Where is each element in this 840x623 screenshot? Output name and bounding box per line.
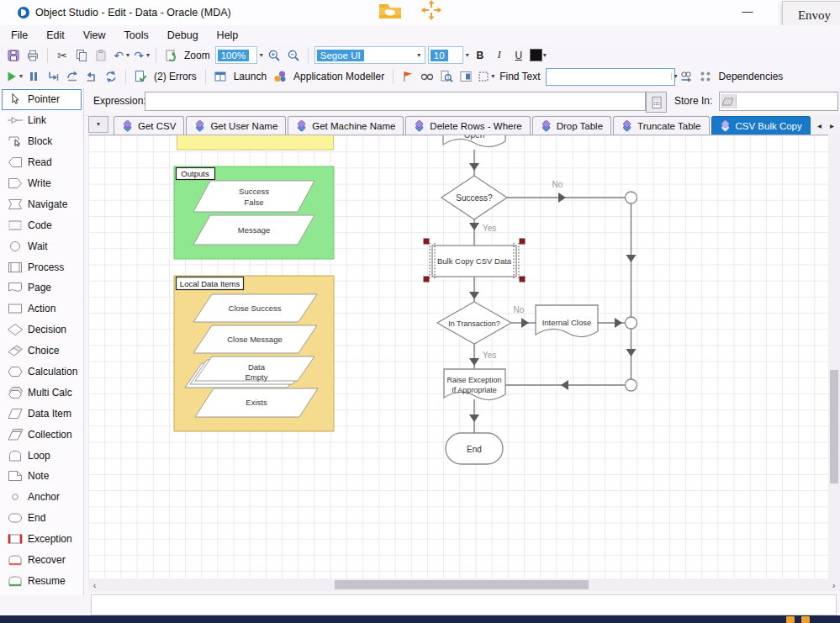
- step-over-button[interactable]: [64, 68, 81, 85]
- find-text-input[interactable]: [547, 71, 671, 83]
- toolbox-item-link[interactable]: Link: [2, 110, 82, 131]
- launch-label[interactable]: Launch: [234, 71, 267, 82]
- errors-button[interactable]: [132, 68, 149, 85]
- horizontal-scrollbar-thumb[interactable]: [335, 580, 589, 589]
- toolbox-item-collection[interactable]: Collection: [2, 424, 82, 445]
- launch-button[interactable]: [212, 68, 229, 85]
- menu-view[interactable]: View: [83, 29, 118, 41]
- stage-end[interactable]: End: [446, 433, 503, 464]
- toolbox-item-choice[interactable]: Choice: [2, 341, 82, 362]
- tab-scroll-left-button[interactable]: ◂: [814, 119, 825, 132]
- font-color-dropdown[interactable]: ▾: [543, 52, 547, 59]
- tab-list-dropdown[interactable]: ▾: [88, 116, 108, 133]
- tab-csv-bulk-copy[interactable]: CSV Bulk Copy: [711, 116, 811, 135]
- undo-button[interactable]: ↶▾: [112, 47, 129, 64]
- tab-drop-table[interactable]: Drop Table: [532, 116, 611, 135]
- pause-button[interactable]: [25, 68, 42, 85]
- data-item-message[interactable]: Message: [193, 215, 314, 245]
- toolbox-item-end[interactable]: End: [2, 508, 82, 529]
- stage-open-clipped[interactable]: Open: [443, 135, 505, 147]
- toolbox-item-loop[interactable]: Loop: [2, 445, 82, 466]
- toolbox-item-block[interactable]: Block: [2, 131, 82, 152]
- breakpoint-button[interactable]: [399, 68, 416, 85]
- scroll-left-arrow[interactable]: ‹: [88, 580, 101, 590]
- data-item-exists[interactable]: Exists: [195, 388, 318, 417]
- store-in-input[interactable]: [737, 92, 837, 110]
- folder-overlay-icon[interactable]: [378, 1, 403, 20]
- menu-tools[interactable]: Tools: [124, 29, 161, 41]
- tab-get-user-name[interactable]: Get User Name: [186, 116, 286, 135]
- expression-builder-button[interactable]: [646, 92, 667, 113]
- toolbox-item-read[interactable]: Read: [2, 152, 82, 173]
- toolbox-item-navigate[interactable]: Navigate: [2, 193, 82, 214]
- tab-scroll-right-button[interactable]: ▸: [827, 119, 837, 132]
- panels-button[interactable]: [457, 68, 474, 85]
- italic-button[interactable]: I: [491, 47, 508, 64]
- toolbox-item-anchor[interactable]: Anchor: [2, 487, 82, 508]
- stage-in-transaction-decision[interactable]: In Transaction?: [437, 302, 511, 344]
- bold-button[interactable]: B: [472, 47, 489, 64]
- menu-debug[interactable]: Debug: [167, 29, 210, 41]
- select-area-dropdown[interactable]: ▾: [491, 73, 494, 80]
- application-modeller-button[interactable]: [272, 68, 288, 85]
- zoom-out-button[interactable]: [285, 47, 302, 64]
- play-dropdown[interactable]: ▾: [19, 73, 23, 80]
- menu-edit[interactable]: Edit: [46, 29, 77, 41]
- stage-internal-close[interactable]: Internal Close: [536, 305, 598, 337]
- taskbar-icons[interactable]: [786, 616, 810, 623]
- play-button[interactable]: ▾: [5, 68, 23, 85]
- stage-success-decision[interactable]: Success?: [441, 176, 507, 219]
- redo-button[interactable]: ↷▾: [132, 47, 150, 64]
- export-button[interactable]: [162, 47, 179, 64]
- toolbox-item-write[interactable]: Write: [2, 173, 82, 194]
- save-button[interactable]: [5, 47, 22, 64]
- zoom-combobox[interactable]: 100%: [215, 46, 257, 64]
- toolbox-item-pointer[interactable]: Pointer: [2, 89, 82, 110]
- toolbox-item-calculation[interactable]: Calculation: [2, 362, 82, 383]
- print-button[interactable]: [24, 47, 41, 64]
- data-item-success-false[interactable]: Success False: [193, 181, 314, 212]
- font-size-combobox[interactable]: 10: [428, 46, 463, 64]
- menu-help[interactable]: Help: [217, 29, 251, 41]
- anchor-stage[interactable]: [626, 192, 637, 203]
- watch-button[interactable]: [419, 68, 436, 85]
- font-color-button[interactable]: ▾: [530, 47, 547, 64]
- errors-label[interactable]: (2) Errors: [154, 71, 197, 82]
- copy-button[interactable]: [73, 47, 90, 64]
- stage-raise-exception[interactable]: Raise Exception If Appropriate: [444, 369, 505, 400]
- underline-button[interactable]: U: [510, 47, 527, 64]
- dependencies-label[interactable]: Dependencies: [719, 71, 784, 82]
- tab-truncate-table[interactable]: Truncate Table: [613, 116, 709, 135]
- tab-get-machine-name[interactable]: Get Machine Name: [288, 116, 404, 135]
- move-overlay-icon[interactable]: [419, 0, 444, 20]
- toolbox-item-wait[interactable]: Wait: [2, 235, 82, 256]
- toolbox-item-recover[interactable]: Recover: [2, 550, 82, 571]
- undo-dropdown[interactable]: ▾: [126, 52, 129, 59]
- step-out-button[interactable]: [83, 68, 100, 85]
- tab-get-csv[interactable]: Get CSV: [114, 116, 184, 135]
- store-in-field[interactable]: [719, 92, 838, 111]
- find-next-button[interactable]: [678, 68, 695, 85]
- tab-delete-rows-where[interactable]: Delete Rows - Where: [405, 116, 530, 135]
- find-text-field[interactable]: ▾: [546, 68, 675, 86]
- minimize-button[interactable]: —: [733, 0, 762, 25]
- vertical-scrollbar-thumb[interactable]: [830, 370, 838, 483]
- data-item-close-success[interactable]: Close Success: [193, 294, 317, 322]
- font-size-dropdown[interactable]: ▾: [466, 52, 469, 59]
- toolbox-item-note[interactable]: Note: [2, 466, 82, 487]
- anchor-stage[interactable]: [626, 379, 637, 391]
- step-in-button[interactable]: [45, 68, 61, 85]
- toolbox-item-decision[interactable]: Decision: [2, 319, 82, 341]
- horizontal-scrollbar[interactable]: ‹ ›: [88, 578, 840, 591]
- redo-dropdown[interactable]: ▾: [146, 52, 150, 59]
- toolbox-item-dataitem[interactable]: Data Item: [2, 403, 82, 424]
- toolbox-item-code[interactable]: Code: [2, 214, 82, 235]
- scroll-right-arrow[interactable]: ›: [827, 580, 840, 590]
- font-family-dropdown[interactable]: ▾: [414, 52, 425, 59]
- menu-file[interactable]: File: [11, 29, 40, 41]
- status-field[interactable]: [91, 594, 837, 615]
- local-data-items-block[interactable]: Local Data Items Close Success Close Mes…: [174, 276, 334, 431]
- outputs-block[interactable]: Outputs Success False Message: [174, 166, 334, 259]
- toolbox-item-resume[interactable]: Resume: [2, 570, 82, 591]
- dependencies-button[interactable]: [697, 68, 714, 85]
